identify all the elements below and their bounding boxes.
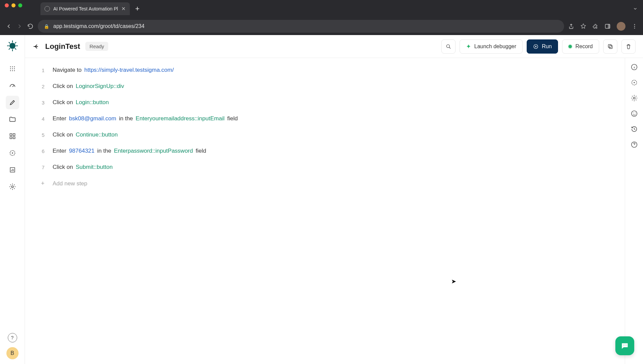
svg-rect-1 bbox=[608, 24, 610, 28]
svg-point-29 bbox=[634, 82, 635, 83]
close-tab-icon[interactable]: ✕ bbox=[121, 6, 126, 12]
svg-point-2 bbox=[634, 24, 635, 25]
add-step-button[interactable]: +Add new step bbox=[25, 175, 625, 192]
svg-point-30 bbox=[633, 97, 635, 99]
bar-chart-icon[interactable] bbox=[6, 163, 19, 177]
history-icon[interactable] bbox=[631, 125, 638, 133]
minimize-window-icon[interactable] bbox=[11, 3, 16, 7]
svg-point-31 bbox=[631, 111, 637, 117]
play-icon bbox=[533, 44, 538, 49]
back-arrow-icon[interactable] bbox=[32, 43, 40, 50]
svg-rect-25 bbox=[609, 46, 612, 49]
user-avatar[interactable]: B bbox=[6, 347, 19, 359]
chevron-down-icon[interactable] bbox=[633, 6, 638, 11]
target-right-icon[interactable] bbox=[631, 79, 638, 86]
step-plain-text: in the bbox=[119, 115, 133, 122]
launch-debugger-label: Launch debugger bbox=[474, 43, 517, 50]
bookmark-star-icon[interactable] bbox=[580, 23, 586, 29]
extensions-icon[interactable] bbox=[592, 23, 598, 29]
step-value-link: https://simply-travel.testsigma.com/ bbox=[84, 67, 174, 73]
kebab-menu-icon[interactable] bbox=[632, 23, 638, 29]
test-step-row[interactable]: 2Click onLoginorSignUp::div bbox=[25, 78, 625, 94]
delete-button[interactable] bbox=[621, 39, 636, 54]
maximize-window-icon[interactable] bbox=[18, 3, 22, 7]
svg-point-12 bbox=[10, 70, 11, 71]
step-text: Click onLoginorSignUp::div bbox=[53, 83, 124, 90]
step-number: 1 bbox=[35, 67, 45, 73]
settings-right-icon[interactable] bbox=[631, 94, 638, 102]
svg-point-5 bbox=[9, 43, 16, 49]
copy-button[interactable] bbox=[603, 39, 617, 54]
product-logo-icon[interactable] bbox=[6, 40, 19, 52]
test-step-row[interactable]: 4Enterbsk08@gmail.comin theEnteryouremai… bbox=[25, 111, 625, 127]
gauge-icon[interactable] bbox=[6, 79, 19, 92]
step-text: Click onContinue::button bbox=[53, 131, 118, 138]
new-tab-button[interactable]: + bbox=[130, 4, 145, 13]
test-step-row[interactable]: 3Click onLogin::button bbox=[25, 94, 625, 111]
step-text: Click onLogin::button bbox=[53, 99, 109, 106]
browser-tab[interactable]: AI Powered Test Automation Pl ✕ bbox=[40, 2, 130, 15]
step-plain-text: in the bbox=[97, 148, 111, 154]
launch-debugger-button[interactable]: ✦ Launch debugger bbox=[460, 39, 523, 54]
macos-window-controls bbox=[0, 0, 27, 11]
forward-icon[interactable] bbox=[16, 23, 23, 30]
svg-point-11 bbox=[14, 68, 15, 69]
step-element-ref: Continue::button bbox=[76, 131, 118, 138]
svg-point-14 bbox=[14, 70, 15, 71]
page-title: LoginTest bbox=[45, 42, 80, 51]
folder-icon[interactable] bbox=[6, 113, 19, 126]
step-plain-text: Navigate to bbox=[53, 67, 82, 73]
info-icon[interactable] bbox=[631, 63, 638, 71]
reload-icon[interactable] bbox=[27, 23, 34, 30]
url-text: app.testsigma.com/groot/td/cases/234 bbox=[53, 23, 144, 29]
close-window-icon[interactable] bbox=[5, 3, 9, 7]
search-button[interactable] bbox=[441, 39, 456, 54]
right-rail bbox=[625, 58, 643, 364]
chat-fab[interactable] bbox=[615, 336, 634, 355]
run-button[interactable]: Run bbox=[527, 39, 558, 54]
step-plain-text: Click on bbox=[53, 99, 73, 106]
dashboard-icon[interactable] bbox=[6, 62, 19, 75]
test-step-row[interactable]: 5Click onContinue::button bbox=[25, 127, 625, 143]
step-element-ref: Login::button bbox=[76, 99, 109, 106]
record-label: Record bbox=[575, 43, 593, 50]
grid-icon[interactable] bbox=[6, 129, 19, 143]
status-badge: Ready bbox=[85, 42, 108, 51]
step-text: Enter98764321in theEnterpassword::inputP… bbox=[53, 148, 206, 154]
svg-point-4 bbox=[634, 28, 635, 29]
svg-point-13 bbox=[12, 70, 13, 71]
svg-point-22 bbox=[11, 186, 13, 188]
step-number: 2 bbox=[35, 84, 45, 89]
profile-avatar-icon[interactable] bbox=[617, 22, 625, 31]
help-icon[interactable]: ? bbox=[8, 333, 17, 342]
svg-rect-17 bbox=[10, 137, 12, 139]
step-number: 6 bbox=[35, 148, 45, 154]
svg-rect-15 bbox=[10, 134, 12, 136]
sparkle-icon: ✦ bbox=[466, 43, 471, 50]
step-text: Navigate tohttps://simply-travel.testsig… bbox=[53, 67, 174, 73]
test-step-row[interactable]: 6Enter98764321in theEnterpassword::input… bbox=[25, 143, 625, 159]
record-dot-icon bbox=[568, 45, 572, 48]
gear-icon[interactable] bbox=[6, 180, 19, 193]
svg-point-7 bbox=[12, 66, 13, 67]
step-number: 3 bbox=[35, 100, 45, 105]
avatar-letter: B bbox=[10, 350, 14, 356]
step-plain-text: Enter bbox=[53, 148, 66, 154]
run-label: Run bbox=[542, 43, 552, 50]
back-icon[interactable] bbox=[5, 23, 12, 30]
left-rail: ? B bbox=[0, 35, 25, 364]
url-bar[interactable]: 🔒 app.testsigma.com/groot/td/cases/234 bbox=[38, 20, 564, 33]
lock-icon: 🔒 bbox=[44, 24, 49, 29]
sidepanel-icon[interactable] bbox=[605, 23, 611, 29]
test-step-row[interactable]: 7Click onSubmit::button bbox=[25, 159, 625, 175]
target-icon[interactable] bbox=[6, 146, 19, 160]
step-plain-text: Click on bbox=[53, 83, 73, 90]
help-right-icon[interactable] bbox=[631, 141, 638, 148]
pencil-icon[interactable] bbox=[6, 96, 19, 109]
svg-point-23 bbox=[446, 44, 449, 48]
test-step-row[interactable]: 1Navigate tohttps://simply-travel.testsi… bbox=[25, 62, 625, 78]
face-icon[interactable] bbox=[631, 110, 638, 117]
svg-point-20 bbox=[12, 152, 13, 154]
record-button[interactable]: Record bbox=[562, 39, 599, 54]
share-icon[interactable] bbox=[568, 23, 574, 29]
